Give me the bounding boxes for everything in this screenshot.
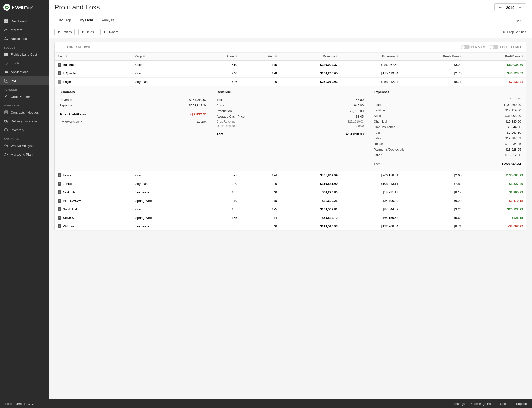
tab-by-crop[interactable]: By Crop xyxy=(54,15,76,26)
settings-link[interactable]: Settings xyxy=(453,402,465,406)
sidebar-item-crop[interactable]: Crop Planner xyxy=(0,92,49,101)
yield-cell: 70 xyxy=(240,196,280,205)
per-acre-toggle[interactable] xyxy=(461,45,470,49)
col-revenue[interactable]: Revenue⇅ xyxy=(280,53,341,61)
chevron-up-icon: ▲ xyxy=(31,402,34,405)
revenue-label: Revenue xyxy=(60,98,72,102)
crop-cell: Soybeans xyxy=(132,222,197,231)
course-link[interactable]: Course xyxy=(500,402,510,406)
break-even-cell: $3.22 xyxy=(401,61,464,69)
fields-filter[interactable]: ▼ Fields xyxy=(78,29,97,35)
table-row[interactable]: +South Half Corn 155 175 $108,567.81 $87… xyxy=(55,205,526,213)
sidebar-item-notifications-label: Notifications xyxy=(11,37,29,41)
table-row[interactable]: +Bull Butte Corn 510 175 $346,002.37 $28… xyxy=(55,61,526,69)
yield-cell: 74 xyxy=(240,213,280,222)
sidebar-item-applications-label: Applications xyxy=(11,70,28,74)
export-button[interactable]: ⇓ Export xyxy=(506,17,526,24)
sidebar-item-inputs[interactable]: Inputs xyxy=(0,59,49,68)
sidebar-item-dashboard[interactable]: Dashboard xyxy=(0,17,49,26)
sidebar-item-marketing[interactable]: Marketing Plan xyxy=(0,150,49,159)
table-row[interactable]: +Pine S2/SW4 Spring Wheat 79 70 $31,620.… xyxy=(55,196,526,205)
prev-year-button[interactable]: ← xyxy=(498,5,503,9)
table-row[interactable]: +Will East Soybeans 305 46 $118,510.93 $… xyxy=(55,222,526,231)
budget-price-toggle[interactable] xyxy=(490,45,498,49)
col-acres[interactable]: Acres⇅ xyxy=(197,53,240,61)
expand-button[interactable]: + xyxy=(58,173,61,177)
sidebar-item-delivery[interactable]: Delivery Locations xyxy=(0,117,49,125)
svg-rect-2 xyxy=(6,19,8,21)
sidebar-item-applications[interactable]: Applications xyxy=(0,68,49,76)
sidebar-item-whatif[interactable]: What/If Analysis xyxy=(0,141,49,150)
revenue-cell: $401,842.99 xyxy=(280,171,341,179)
yield-cell: 175 xyxy=(240,61,280,69)
acres-cell: 646 xyxy=(197,78,240,86)
pl-icon xyxy=(4,79,8,83)
sidebar-item-contracts-label: Contracts / Hedges xyxy=(11,111,39,114)
table-row[interactable]: +John's Soybeans 300 46 $116,541.00 $108… xyxy=(55,179,526,188)
tabs-list: By Crop By Field Analysis xyxy=(54,15,119,26)
svg-rect-15 xyxy=(4,79,8,82)
col-yield[interactable]: Yield⇅ xyxy=(240,53,280,61)
table-row[interactable]: +Steve S Spring Wheat 155 74 $65,584.79 … xyxy=(55,213,526,222)
acres-cell: 240 xyxy=(197,69,240,78)
field-name: South Half xyxy=(63,207,78,211)
table-row[interactable]: +E Quarter Corn 240 178 $160,245.05 $115… xyxy=(55,69,526,78)
expand-button[interactable]: + xyxy=(58,216,61,220)
tab-by-field[interactable]: By Field xyxy=(76,15,97,26)
expand-button[interactable]: − xyxy=(58,80,61,84)
sidebar-item-inventory[interactable]: Inventory xyxy=(0,125,49,134)
dashboard-icon xyxy=(4,19,8,23)
field-name: Steve S xyxy=(63,216,74,220)
expand-button[interactable]: + xyxy=(58,199,61,203)
sidebar-item-fields[interactable]: Fields / Land Cost xyxy=(0,50,49,59)
table-row[interactable]: −Eagle Soybeans 646 46 $251,010.03 $258,… xyxy=(55,78,526,86)
next-year-button[interactable]: → xyxy=(517,5,523,9)
per-acre-toggle-group: PER ACRE xyxy=(461,45,486,49)
col-break-even[interactable]: Break Even⇅ xyxy=(401,53,464,61)
tab-analysis[interactable]: Analysis xyxy=(97,15,119,26)
app-logo: HARVESTprofit xyxy=(0,0,49,15)
revenue-title: Revenue xyxy=(217,90,364,94)
profit-loss-cell: $1,995.73 xyxy=(464,188,526,196)
applications-icon xyxy=(4,70,8,74)
expenses-cell: $266,178.01 xyxy=(341,171,401,179)
field-name: Home xyxy=(63,173,71,177)
expand-button[interactable]: + xyxy=(58,190,61,194)
col-expenses[interactable]: Expenses⇅ xyxy=(341,53,401,61)
expand-button[interactable]: + xyxy=(58,182,61,186)
crop-settings-button[interactable]: ⚙ Crop Settings xyxy=(503,30,526,34)
sidebar-item-contracts[interactable]: Contracts / Hedges xyxy=(0,108,49,117)
svg-rect-13 xyxy=(5,72,6,73)
support-link[interactable]: Support xyxy=(516,402,527,406)
col-profit-loss[interactable]: Profit/Loss⇅ xyxy=(464,53,526,61)
break-even-cell: $3.24 xyxy=(401,205,464,213)
expand-button[interactable]: + xyxy=(58,63,61,67)
svg-point-25 xyxy=(7,122,8,123)
expand-button[interactable]: + xyxy=(58,207,61,211)
col-field[interactable]: Field⇅ xyxy=(55,53,132,61)
entities-filter[interactable]: ▼ Entities xyxy=(54,29,75,35)
expense-label: Expense xyxy=(60,104,72,107)
crop-cell: Corn xyxy=(132,205,197,213)
page-header: Profit and Loss ← 2019 → xyxy=(49,0,532,15)
filters-bar: ▼ Entities ▼ Fields ▼ Owners ⚙ Crop Sett… xyxy=(49,26,532,38)
col-crop[interactable]: Crop⇅ xyxy=(132,53,197,61)
knowledge-base-link[interactable]: Knowledge Base xyxy=(471,402,494,406)
sidebar-item-notifications[interactable]: Notifications xyxy=(0,34,49,43)
expand-button[interactable]: + xyxy=(58,224,61,228)
crop-settings-label: Crop Settings xyxy=(507,30,526,34)
profit-loss-cell: $44,825.52 xyxy=(464,69,526,78)
table-row[interactable]: +Home Corn 577 174 $401,842.99 $266,178.… xyxy=(55,171,526,179)
sidebar-item-whatif-label: What/If Analysis xyxy=(11,144,34,148)
svg-rect-6 xyxy=(4,54,8,55)
sidebar-item-markets[interactable]: Markets xyxy=(0,26,49,34)
expand-button[interactable]: + xyxy=(58,71,61,75)
logo-icon xyxy=(3,4,10,11)
sidebar-item-pl[interactable]: P&L xyxy=(0,76,49,85)
yield-cell: 46 xyxy=(240,179,280,188)
crop-cell: Soybeans xyxy=(132,179,197,188)
table-row[interactable]: +North Half Soybeans 155 46 $60,226.86 $… xyxy=(55,188,526,196)
revenue-cell: $251,010.03 xyxy=(280,78,341,86)
owners-filter[interactable]: ▼ Owners xyxy=(100,29,121,35)
profit-loss-cell: $8,527.89 xyxy=(464,179,526,188)
